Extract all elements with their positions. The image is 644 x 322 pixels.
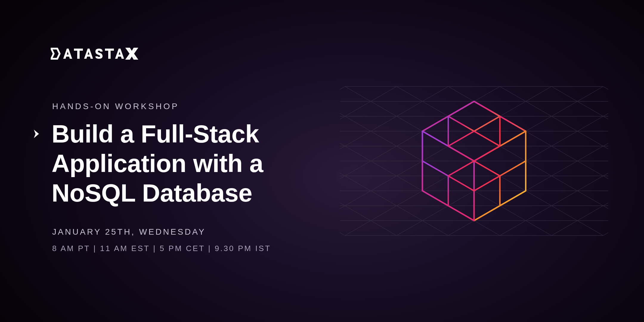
svg-line-90 [500, 101, 526, 116]
svg-line-73 [371, 146, 397, 161]
svg-line-184 [526, 176, 552, 191]
svg-line-202 [603, 161, 608, 176]
svg-line-76 [345, 161, 371, 176]
svg-line-121 [526, 116, 552, 131]
svg-line-41 [397, 101, 422, 116]
svg-line-226 [603, 191, 608, 206]
svg-line-60 [500, 86, 526, 101]
svg-line-228 [603, 206, 608, 221]
brand-logo [51, 46, 164, 61]
svg-line-150 [577, 131, 603, 146]
svg-line-49 [345, 146, 371, 161]
svg-line-99 [422, 146, 448, 161]
event-date: JANUARY 25TH, WEDNESDAY [52, 227, 206, 237]
svg-line-113 [340, 221, 345, 236]
svg-line-208 [552, 191, 578, 206]
svg-line-133 [422, 176, 448, 191]
svg-line-210 [552, 206, 578, 221]
svg-line-148 [577, 116, 603, 131]
svg-line-1 [340, 86, 345, 101]
svg-line-154 [526, 146, 552, 161]
svg-line-50 [340, 146, 345, 161]
svg-line-111 [340, 206, 345, 221]
svg-line-141 [371, 221, 397, 236]
svg-line-204 [603, 176, 608, 191]
svg-line-75 [371, 161, 397, 176]
svg-line-211 [526, 206, 552, 221]
svg-line-116 [577, 86, 603, 101]
svg-line-81 [340, 191, 345, 206]
svg-line-79 [340, 176, 345, 191]
svg-line-0 [345, 86, 371, 101]
title-line-1: Build a Full-Stack [52, 120, 259, 148]
svg-line-120 [552, 116, 578, 131]
svg-line-37 [448, 86, 474, 101]
title-line-2: Application with a [52, 149, 263, 177]
svg-line-21 [345, 101, 371, 116]
svg-line-159 [500, 176, 526, 191]
svg-line-136 [397, 191, 422, 206]
svg-line-193 [448, 221, 474, 236]
svg-line-46 [371, 131, 397, 146]
svg-line-61 [474, 86, 500, 101]
svg-line-175 [603, 131, 608, 146]
svg-line-169 [397, 221, 422, 236]
svg-line-105 [371, 176, 397, 191]
svg-line-123 [526, 131, 552, 146]
svg-line-186 [526, 191, 552, 206]
svg-line-3 [340, 101, 345, 116]
svg-line-86 [552, 86, 578, 101]
svg-line-107 [371, 191, 397, 206]
workshop-title: Build a Full-Stack Application with a No… [52, 119, 263, 208]
svg-line-156 [526, 161, 552, 176]
svg-line-189 [500, 206, 526, 221]
title-block: Build a Full-Stack Application with a No… [31, 119, 263, 208]
svg-line-104 [397, 176, 422, 191]
svg-line-38 [422, 86, 448, 101]
svg-line-126 [500, 146, 526, 161]
svg-line-139 [371, 206, 397, 221]
svg-line-72 [397, 146, 422, 161]
svg-line-180 [577, 161, 603, 176]
svg-line-213 [526, 221, 552, 236]
svg-line-110 [345, 206, 371, 221]
svg-line-102 [397, 161, 422, 176]
title-line-3: NoSQL Database [52, 179, 252, 207]
svg-line-78 [345, 176, 371, 191]
svg-line-231 [577, 221, 603, 236]
svg-line-118 [552, 101, 578, 116]
svg-line-146 [603, 101, 608, 116]
svg-line-24 [340, 116, 345, 131]
svg-line-52 [340, 161, 345, 176]
svg-line-20 [371, 101, 397, 116]
svg-line-70 [397, 131, 422, 146]
svg-line-18 [371, 86, 397, 101]
svg-line-44 [371, 116, 397, 131]
datastax-wordmark [51, 46, 164, 61]
svg-line-163 [448, 191, 474, 206]
svg-line-177 [603, 146, 608, 161]
svg-line-162 [474, 191, 500, 206]
svg-line-207 [577, 191, 603, 206]
svg-line-192 [474, 221, 500, 236]
svg-line-23 [345, 116, 371, 131]
svg-line-183 [552, 176, 578, 191]
svg-line-147 [603, 116, 608, 131]
svg-line-26 [340, 131, 345, 146]
svg-line-47 [345, 131, 371, 146]
svg-line-214 [500, 221, 526, 236]
svg-line-89 [526, 101, 552, 116]
svg-line-142 [345, 221, 371, 236]
svg-line-151 [552, 131, 578, 146]
svg-line-43 [397, 116, 422, 131]
svg-line-229 [577, 206, 603, 221]
svg-line-138 [397, 206, 422, 221]
eyebrow-label: HANDS-ON WORKSHOP [52, 102, 179, 111]
svg-line-87 [526, 86, 552, 101]
event-times: 8 AM PT | 11 AM EST | 5 PM CET | 9.30 PM… [52, 244, 271, 253]
svg-line-232 [552, 221, 578, 236]
svg-line-108 [345, 191, 371, 206]
svg-line-181 [552, 161, 578, 176]
svg-line-205 [577, 176, 603, 191]
svg-line-168 [422, 221, 448, 236]
